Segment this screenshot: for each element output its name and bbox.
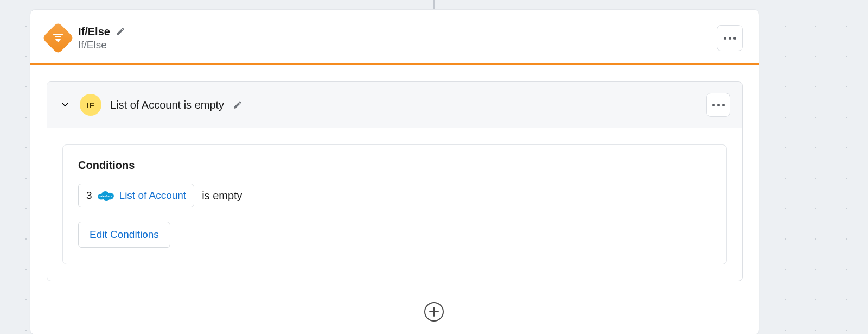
add-node-button[interactable]	[424, 302, 444, 322]
edit-branch-title-button[interactable]	[233, 100, 242, 110]
condition-operator: is empty	[202, 190, 242, 202]
branch-header: IF List of Account is empty	[47, 82, 742, 128]
node-title: If/Else	[78, 26, 110, 38]
if-else-icon	[42, 22, 74, 54]
conditions-panel: Conditions 3 salesforce	[62, 144, 727, 264]
branch-more-button[interactable]	[706, 93, 730, 117]
plus-icon	[429, 306, 439, 317]
if-badge: IF	[80, 94, 101, 116]
salesforce-icon: salesforce	[97, 190, 115, 201]
node-header: If/Else If/Else	[30, 10, 759, 63]
edit-conditions-label: Edit Conditions	[90, 229, 159, 241]
if-else-node-card: If/Else If/Else IF List of Account is em…	[30, 9, 760, 334]
node-subtitle: If/Else	[78, 39, 125, 51]
more-horizontal-icon	[712, 104, 725, 106]
branch-title: List of Account is empty	[110, 99, 224, 111]
condition-variable-name: List of Account	[119, 190, 187, 201]
pencil-icon	[233, 100, 242, 110]
if-branch-section: IF List of Account is empty Conditions 3	[47, 81, 743, 281]
condition-step-number: 3	[86, 190, 92, 201]
edit-conditions-button[interactable]: Edit Conditions	[78, 222, 170, 248]
accent-divider	[30, 63, 759, 65]
pencil-icon	[116, 27, 125, 36]
condition-variable-chip[interactable]: 3 salesforce List of Account	[78, 184, 194, 207]
more-horizontal-icon	[724, 37, 736, 40]
node-more-button[interactable]	[717, 25, 743, 51]
condition-row: 3 salesforce List of Account	[78, 184, 711, 207]
collapse-branch-button[interactable]	[59, 99, 71, 111]
conditions-heading: Conditions	[78, 159, 711, 172]
chevron-down-icon	[60, 100, 70, 110]
svg-text:salesforce: salesforce	[99, 195, 112, 198]
connector-line-top	[433, 0, 435, 9]
node-title-block: If/Else If/Else	[78, 26, 125, 51]
edit-title-button[interactable]	[116, 27, 125, 36]
